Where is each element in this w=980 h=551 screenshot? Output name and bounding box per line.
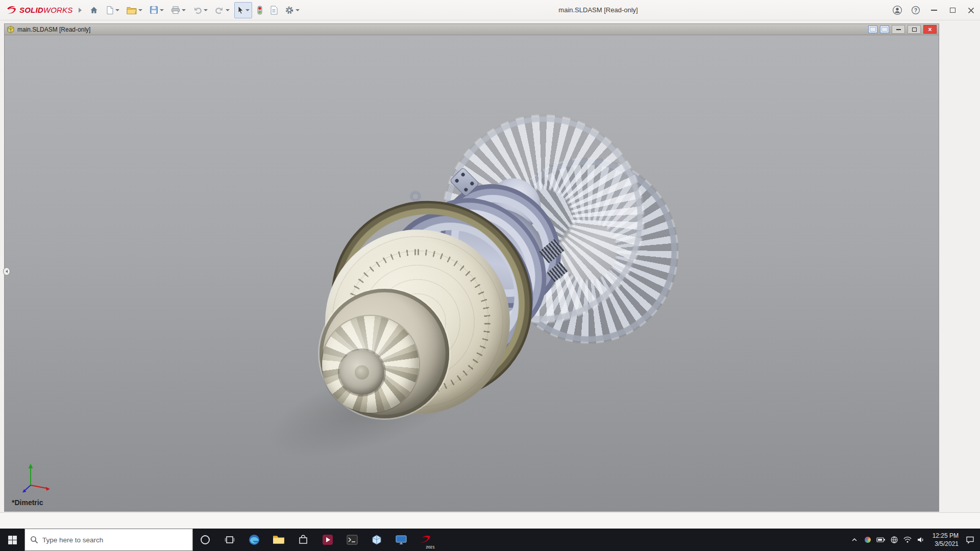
new-document-button[interactable] (103, 2, 122, 18)
account-button[interactable] (888, 0, 906, 20)
open-dropdown-caret[interactable] (138, 9, 142, 11)
orientation-triad (19, 459, 55, 495)
help-icon: ? (911, 6, 920, 15)
windows-logo-icon (8, 536, 17, 544)
undo-icon (193, 6, 202, 14)
taskbar-search-box[interactable] (24, 529, 193, 551)
doc-minimize-icon (896, 29, 901, 30)
new-dropdown-caret[interactable] (115, 9, 119, 11)
windows-taskbar: 2021 (0, 529, 980, 551)
minimize-icon (931, 10, 937, 11)
solidworks-year-badge: 2021 (426, 545, 435, 549)
tray-wifi[interactable] (901, 529, 914, 551)
start-button[interactable] (0, 529, 24, 551)
display-app-button[interactable] (389, 529, 413, 551)
save-dropdown-caret[interactable] (160, 9, 164, 11)
chevron-up-icon (851, 536, 858, 543)
save-button[interactable] (147, 2, 166, 18)
doc-restore-button[interactable] (908, 25, 921, 34)
doc-minimize-button[interactable] (892, 25, 905, 34)
options-dropdown-caret[interactable] (296, 9, 300, 11)
menu-expand-arrow[interactable] (79, 8, 82, 13)
redo-button[interactable] (212, 2, 232, 18)
cortana-icon (200, 534, 211, 545)
terminal-button[interactable] (340, 529, 364, 551)
bolt (454, 178, 459, 183)
home-button[interactable] (87, 2, 101, 18)
redo-dropdown-caret[interactable] (226, 9, 230, 11)
doc-close-button[interactable]: × (923, 25, 937, 34)
open-folder-icon (127, 6, 137, 14)
search-input[interactable] (42, 536, 187, 544)
clock-time: 12:25 PM (933, 532, 959, 540)
options-button[interactable] (282, 2, 302, 18)
tile-window-button-1[interactable] (868, 26, 877, 33)
solidworks-app-icon (419, 535, 432, 545)
app-close-button[interactable] (962, 0, 980, 20)
tray-expand-button[interactable] (848, 529, 861, 551)
status-bar (0, 512, 980, 529)
bolt (463, 187, 469, 192)
doc-close-icon: × (928, 27, 932, 33)
task-view-button[interactable] (217, 529, 242, 551)
tray-color-app[interactable] (861, 529, 874, 551)
save-icon (150, 6, 158, 14)
cortana-button[interactable] (193, 529, 217, 551)
document-title: main.SLDASM [Read-only] (17, 26, 90, 33)
speaker-icon (917, 536, 925, 544)
globe-network-icon (890, 536, 898, 544)
close-icon (968, 7, 974, 14)
lifting-ring (410, 191, 421, 202)
tray-volume[interactable] (914, 529, 927, 551)
assembly-document-icon (7, 26, 15, 33)
app-window-title: main.SLDASM [Read-only] (558, 0, 638, 20)
task-view-icon (225, 535, 235, 545)
maximize-icon (950, 8, 955, 13)
home-icon (89, 6, 99, 15)
undo-button[interactable] (190, 2, 210, 18)
view-orientation-label: *Dimetric (12, 498, 43, 507)
graphics-viewport[interactable]: *Dimetric (5, 35, 939, 511)
brand-text: SOLIDWORKS (19, 6, 73, 14)
print-dropdown-caret[interactable] (182, 9, 186, 11)
open-button[interactable] (124, 2, 145, 18)
rebuild-button[interactable] (254, 2, 265, 18)
edrawings-button[interactable] (364, 529, 389, 551)
bolt (460, 172, 465, 177)
redo-icon (215, 6, 224, 14)
user-account-icon (892, 5, 902, 15)
wifi-icon (903, 536, 912, 543)
file-properties-button[interactable] (267, 2, 280, 18)
system-tray: 12:25 PM 3/5/2021 (848, 529, 980, 551)
file-properties-icon (270, 6, 278, 15)
undo-dropdown-caret[interactable] (204, 9, 208, 11)
app-minimize-button[interactable] (925, 0, 943, 20)
print-button[interactable] (168, 2, 188, 18)
action-center-button[interactable] (964, 529, 977, 551)
feature-panel-expand-button[interactable] (3, 267, 10, 276)
rebuild-trafficlight-icon (257, 6, 263, 15)
solidworks-app-button[interactable]: 2021 (413, 529, 438, 551)
bolt (470, 181, 475, 186)
tray-network[interactable] (888, 529, 901, 551)
quick-access-toolbar (87, 2, 302, 18)
document-window: main.SLDASM [Read-only] × (4, 23, 939, 512)
store-icon (298, 535, 308, 545)
edge-button[interactable] (242, 529, 266, 551)
app-titlebar-controls: ? (888, 0, 980, 20)
document-titlebar[interactable]: main.SLDASM [Read-only] × (5, 24, 939, 35)
tile-window-button-2[interactable] (880, 26, 889, 33)
taskbar-clock[interactable]: 12:25 PM 3/5/2021 (927, 532, 964, 548)
tray-battery[interactable] (874, 529, 888, 551)
media-app-button[interactable] (315, 529, 340, 551)
file-explorer-button[interactable] (266, 529, 291, 551)
select-tool-button[interactable] (234, 2, 252, 18)
app-maximize-button[interactable] (943, 0, 962, 20)
color-app-icon (865, 537, 871, 543)
store-button[interactable] (291, 529, 315, 551)
monitor-app-icon (396, 535, 407, 545)
solidworks-logo: SOLIDWORKS (0, 5, 77, 15)
help-button[interactable]: ? (906, 0, 925, 20)
select-dropdown-caret[interactable] (246, 9, 250, 11)
doc-restore-icon (912, 28, 917, 32)
